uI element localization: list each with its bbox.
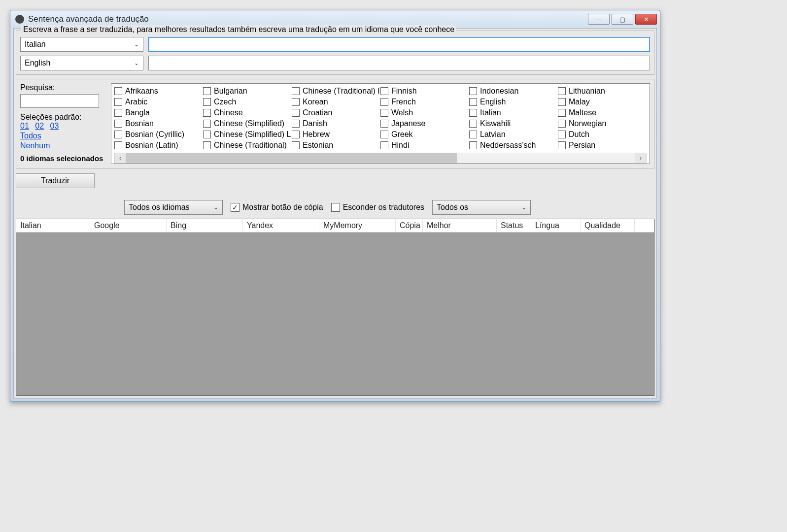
language-checkbox-item[interactable]: Persian bbox=[558, 141, 647, 150]
language-checkbox-item[interactable]: Korean bbox=[292, 98, 380, 106]
minimize-button[interactable]: — bbox=[588, 14, 610, 25]
language-checkbox-item[interactable]: Danish bbox=[292, 119, 380, 128]
column-header[interactable]: Bing bbox=[167, 219, 243, 232]
checkbox-icon bbox=[203, 141, 211, 149]
language-checkbox-item[interactable]: Japanese bbox=[380, 119, 469, 128]
close-button[interactable]: ✕ bbox=[635, 14, 657, 25]
language-label: Bulgarian bbox=[214, 87, 247, 96]
language-label: Hindi bbox=[391, 141, 409, 150]
translate-button[interactable]: Traduzir bbox=[16, 173, 95, 188]
scroll-track[interactable] bbox=[126, 153, 635, 163]
language-label: English bbox=[480, 98, 506, 106]
language-checkbox-item[interactable]: Bangla bbox=[114, 108, 203, 117]
language-checkbox-item[interactable]: Bosnian bbox=[114, 119, 203, 128]
language-checkbox-item[interactable]: Bosnian (Cyrillic) bbox=[114, 130, 203, 139]
language-label: Indonesian bbox=[480, 87, 518, 96]
column-header[interactable]: Melhor bbox=[423, 219, 497, 232]
language-filter-select[interactable]: Todos os idiomas ⌄ bbox=[124, 200, 223, 215]
checkbox-icon bbox=[469, 131, 477, 138]
language-checkbox-item[interactable]: English bbox=[469, 98, 558, 106]
language-checkbox-item[interactable]: Lithuanian bbox=[558, 87, 647, 96]
target-language-select[interactable]: English ⌄ bbox=[20, 56, 143, 70]
language-checkbox-item[interactable]: Latvian bbox=[469, 130, 558, 139]
target-language-value: English bbox=[25, 59, 50, 67]
language-label: Bangla bbox=[125, 108, 150, 117]
chevron-down-icon: ⌄ bbox=[521, 204, 526, 211]
client-area: Escreva a frase a ser traduzida, para me… bbox=[13, 28, 657, 399]
language-checkbox-item[interactable]: Afrikaans bbox=[114, 87, 203, 96]
app-window: Sentença avançada de tradução — ▢ ✕ Escr… bbox=[10, 10, 660, 402]
scroll-thumb[interactable] bbox=[126, 153, 457, 163]
horizontal-scrollbar[interactable]: ‹ › bbox=[114, 153, 647, 164]
preset-link-none[interactable]: Nenhum bbox=[20, 141, 50, 150]
language-checkbox-item[interactable]: Kiswahili bbox=[469, 119, 558, 128]
language-label: Estonian bbox=[303, 141, 333, 150]
language-checkbox-item[interactable]: Norwegian bbox=[558, 119, 647, 128]
language-label: Chinese (Simplified) L bbox=[214, 130, 291, 139]
maximize-button[interactable]: ▢ bbox=[612, 14, 633, 25]
language-checkbox-item[interactable]: Dutch bbox=[558, 130, 647, 139]
language-checkbox-item[interactable]: Hindi bbox=[380, 141, 469, 150]
language-checkbox-item[interactable]: Czech bbox=[203, 98, 292, 106]
language-checkbox-item[interactable]: French bbox=[380, 98, 469, 106]
target-text-input[interactable] bbox=[148, 56, 650, 70]
preset-link-all[interactable]: Todos bbox=[20, 132, 41, 140]
language-checkbox-item[interactable]: Indonesian bbox=[469, 87, 558, 96]
language-checkbox-item[interactable]: Maltese bbox=[558, 108, 647, 117]
scroll-left-icon[interactable]: ‹ bbox=[115, 153, 126, 163]
language-checkbox-item[interactable]: Chinese bbox=[203, 108, 292, 117]
language-label: Lithuanian bbox=[569, 87, 605, 96]
language-label: Persian bbox=[569, 141, 595, 150]
app-icon bbox=[15, 15, 24, 24]
column-header[interactable]: Yandex bbox=[243, 219, 319, 232]
checkbox-icon bbox=[292, 87, 300, 95]
column-header[interactable]: Italian bbox=[16, 219, 90, 232]
language-checkbox-item[interactable]: Bulgarian bbox=[203, 87, 292, 96]
language-checkbox-item[interactable]: Chinese (Traditional) I bbox=[292, 87, 380, 96]
column-header[interactable]: Qualidade bbox=[581, 219, 635, 232]
translator-filter-select[interactable]: Todos os ⌄ bbox=[432, 200, 531, 215]
language-checkbox-item[interactable]: Welsh bbox=[380, 108, 469, 117]
language-filter-value: Todos os idiomas bbox=[129, 203, 190, 212]
language-label: Czech bbox=[214, 98, 236, 106]
preset-link-01[interactable]: 01 bbox=[20, 122, 29, 130]
scroll-right-icon[interactable]: › bbox=[635, 153, 646, 163]
language-label: Arabic bbox=[125, 98, 147, 106]
search-input[interactable] bbox=[20, 94, 99, 108]
language-label: Chinese bbox=[214, 108, 243, 117]
preset-link-02[interactable]: 02 bbox=[35, 122, 44, 130]
language-label: Hebrew bbox=[303, 130, 330, 139]
language-label: Malay bbox=[569, 98, 590, 106]
language-checkbox-item[interactable]: Bosnian (Latin) bbox=[114, 141, 203, 150]
language-checkbox-item[interactable]: Croatian bbox=[292, 108, 380, 117]
column-header[interactable]: Status bbox=[497, 219, 531, 232]
source-text-input[interactable] bbox=[148, 37, 650, 52]
language-checkbox-item[interactable]: Chinese (Traditional) bbox=[203, 141, 292, 150]
source-language-select[interactable]: Italian ⌄ bbox=[20, 37, 143, 52]
column-header[interactable]: Google bbox=[90, 219, 167, 232]
language-checkbox-item[interactable]: Finnish bbox=[380, 87, 469, 96]
results-table: ItalianGoogleBingYandexMyMemoryCópiaMelh… bbox=[16, 219, 654, 396]
language-label: Bosnian bbox=[125, 119, 154, 128]
language-checkbox-item[interactable]: Greek bbox=[380, 130, 469, 139]
language-checkbox-item[interactable]: Neddersass'sch bbox=[469, 141, 558, 150]
language-checkbox-item[interactable]: Malay bbox=[558, 98, 647, 106]
preset-links: 01 02 03 Todos Nenhum bbox=[20, 122, 106, 150]
column-header[interactable]: MyMemory bbox=[319, 219, 396, 232]
language-label: French bbox=[391, 98, 416, 106]
language-checkbox-item[interactable]: Hebrew bbox=[292, 130, 380, 139]
language-checkbox-item[interactable]: Chinese (Simplified) L bbox=[203, 130, 292, 139]
preset-link-03[interactable]: 03 bbox=[50, 122, 59, 130]
language-checkbox-item[interactable]: Italian bbox=[469, 108, 558, 117]
hide-translators-checkbox[interactable]: Esconder os tradutores bbox=[331, 203, 424, 212]
column-header[interactable]: Língua bbox=[531, 219, 581, 232]
checkbox-icon bbox=[331, 203, 340, 212]
language-checkbox-item[interactable]: Chinese (Simplified) bbox=[203, 119, 292, 128]
titlebar-left: Sentença avançada de tradução bbox=[15, 14, 149, 24]
language-label: Afrikaans bbox=[125, 87, 158, 96]
presets-section: Seleções padrão: 01 02 03 Todos Nenhum bbox=[20, 113, 106, 150]
language-checkbox-item[interactable]: Arabic bbox=[114, 98, 203, 106]
show-copy-checkbox[interactable]: Mostrar botão de cópia bbox=[231, 203, 323, 212]
column-header[interactable]: Cópia bbox=[396, 219, 423, 232]
language-checkbox-item[interactable]: Estonian bbox=[292, 141, 380, 150]
